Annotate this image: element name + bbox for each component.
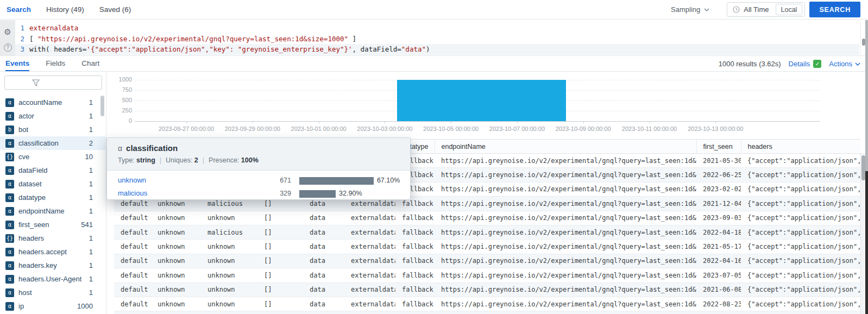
- table-cell: 2021-05-17: [696, 240, 741, 254]
- query-code[interactable]: 1externaldata2[ "https://api.greynoise.i…: [15, 23, 859, 55]
- column-header-headers[interactable]: headers: [741, 140, 860, 154]
- table-cell: unknown: [201, 211, 257, 225]
- table-row[interactable]: defaultunknownunknown[]dataexternaldataf…: [114, 282, 860, 297]
- query-editor[interactable]: ⚙ ? 1externaldata2[ "https://api.greynoi…: [0, 20, 868, 56]
- x-axis-tick: [517, 121, 518, 123]
- field-row-bot[interactable]: bbot1: [0, 123, 106, 136]
- table-cell: https://api.greynoise.io/v2/experimental…: [435, 154, 696, 168]
- code-segment: [: [29, 34, 37, 45]
- field-name: cve: [18, 153, 29, 161]
- column-header-endpointname[interactable]: endpointName: [435, 140, 696, 154]
- help-icon[interactable]: ?: [4, 43, 12, 52]
- actions-dropdown[interactable]: Actions: [829, 60, 860, 68]
- nav-item-search[interactable]: Search: [7, 5, 31, 14]
- table-cell: https://api.greynoise.io/v2/experimental…: [435, 211, 696, 225]
- line-number: 2: [15, 34, 29, 45]
- table-row[interactable]: defaultunknownunknown[]dataexternaldataf…: [114, 254, 860, 268]
- table-scrollbar-thumb[interactable]: [861, 155, 865, 180]
- table-cell: unknown: [151, 297, 201, 311]
- table-cell: default: [114, 282, 151, 297]
- sampling-dropdown[interactable]: Sampling: [671, 5, 709, 14]
- field-name: first_seen: [18, 221, 49, 229]
- nav-item-history-49-[interactable]: History (49): [46, 5, 84, 14]
- field-row-actor[interactable]: αactor1: [0, 109, 106, 123]
- value-percent: 32.90%: [339, 190, 362, 197]
- meta-label: Type:: [118, 156, 136, 164]
- value-percent: 67.10%: [377, 177, 400, 184]
- tab-chart[interactable]: Chart: [81, 56, 99, 71]
- tab-events[interactable]: Events: [5, 56, 29, 71]
- field-row-headers[interactable]: {}headers1: [0, 231, 106, 245]
- details-link[interactable]: Details ✓: [789, 60, 822, 68]
- table-cell: default: [114, 311, 151, 314]
- table-cell: []: [257, 240, 303, 254]
- histogram-bar[interactable]: [397, 80, 565, 121]
- field-count: 1000: [77, 302, 93, 310]
- table-cell: 2021-12-04: [696, 197, 741, 211]
- tab-fields[interactable]: Fields: [46, 56, 65, 71]
- table-row[interactable]: defaultunknownmalicious[]dataexternaldat…: [114, 225, 860, 239]
- table-cell: https://api.greynoise.io/v2/experimental…: [435, 197, 696, 211]
- field-name: ip: [18, 302, 24, 310]
- table-cell: fallback: [395, 225, 435, 239]
- settings-gear-icon[interactable]: ⚙: [4, 28, 11, 36]
- table-cell: unknown: [151, 211, 201, 225]
- code-line[interactable]: 2[ "https://api.greynoise.io/v2/experime…: [15, 34, 859, 45]
- sidebar-scrollbar-thumb[interactable]: [100, 96, 104, 116]
- x-axis-tick: [583, 121, 584, 123]
- page-scrollbar[interactable]: [865, 20, 868, 314]
- field-filter-input[interactable]: [5, 76, 102, 89]
- table-cell: fallback: [395, 282, 435, 297]
- table-cell: 2021-05-30: [696, 154, 741, 168]
- column-header-first_seen[interactable]: first_seen: [696, 140, 741, 154]
- search-button[interactable]: SEARCH: [809, 2, 860, 17]
- code-line[interactable]: 3with( headers='{"accept":"application/j…: [15, 44, 859, 55]
- value-link-malicious[interactable]: malicious: [118, 189, 147, 197]
- table-cell: default: [114, 297, 151, 311]
- field-row-endpointname[interactable]: αendpointName1: [0, 204, 106, 218]
- table-scrollbar[interactable]: [860, 153, 865, 314]
- table-cell: unknown: [201, 311, 257, 314]
- field-row-first_seen[interactable]: αfirst_seen541: [0, 218, 106, 231]
- popup-value-row: malicious32932.90%: [107, 187, 410, 200]
- field-row-cve[interactable]: {}cve10: [0, 150, 106, 164]
- table-cell: 2023-07-05: [696, 268, 741, 282]
- field-row-datafield[interactable]: αdataField1: [0, 164, 106, 177]
- nav-item-saved-6-[interactable]: Saved (6): [99, 5, 131, 14]
- results-tab-bar: EventsFieldsChart 1000 results (3.62s) D…: [0, 56, 868, 72]
- field-row-dataset[interactable]: αdataset1: [0, 177, 106, 191]
- table-cell: unknown: [151, 240, 201, 254]
- table-cell: data: [303, 225, 344, 239]
- object-type-icon: {}: [5, 153, 14, 161]
- timezone-button[interactable]: Local: [776, 4, 803, 15]
- value-link-unknown[interactable]: unknown: [118, 176, 146, 184]
- table-cell: data: [303, 282, 344, 297]
- code-line[interactable]: 1externaldata: [15, 23, 859, 34]
- field-row-ip[interactable]: αip1000: [0, 299, 106, 313]
- field-row-datatype[interactable]: αdatatype1: [0, 191, 106, 204]
- field-row-headers.key[interactable]: αheaders.key1: [0, 259, 106, 272]
- table-row[interactable]: defaultunknownunknown[]dataexternaldataf…: [114, 240, 860, 254]
- table-row[interactable]: defaultunknownunknown[]dataexternaldataf…: [114, 297, 860, 311]
- table-cell: {"accept":"application/json","ke: [741, 182, 860, 196]
- table-cell: externaldata: [344, 225, 395, 239]
- field-row-headers.accept[interactable]: αheaders.accept1: [0, 245, 106, 259]
- table-row[interactable]: defaultunknownunknown[]dataexternaldataf…: [114, 268, 860, 282]
- time-range-button[interactable]: All Time: [733, 5, 769, 14]
- table-row[interactable]: defaultunknownunknown[]dataexternaldataf…: [114, 311, 860, 314]
- x-axis-tick: [451, 121, 451, 123]
- table-cell: externaldata: [344, 211, 395, 225]
- field-row-classification[interactable]: αclassification2: [0, 136, 106, 150]
- table-cell: https://api.greynoise.io/v2/experimental…: [435, 240, 696, 254]
- x-axis-tick: [253, 121, 253, 123]
- table-row[interactable]: defaultunknownunknown[]dataexternaldataf…: [114, 211, 860, 225]
- field-row-headers.user-agent[interactable]: αheaders.User-Agent1: [0, 272, 106, 286]
- editor-scrollbar[interactable]: [860, 22, 865, 54]
- code-segment: externaldata: [29, 23, 78, 34]
- popup-field-name: classification: [126, 143, 178, 153]
- field-name: headers.key: [18, 261, 57, 269]
- field-row-host[interactable]: αhost1: [0, 286, 106, 299]
- meta-separator: |: [198, 156, 209, 164]
- page-scrollbar-thumb[interactable]: [865, 20, 868, 171]
- field-row-accountname[interactable]: αaccountName1: [0, 96, 106, 109]
